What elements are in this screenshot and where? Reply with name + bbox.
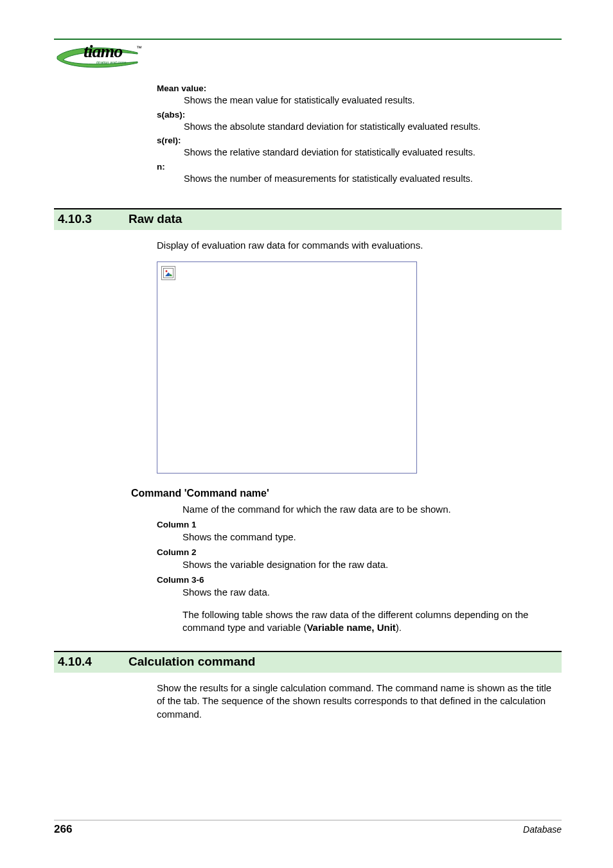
logo-text: tiamo	[84, 41, 122, 62]
def-desc-mean: Shows the mean value for statistically e…	[184, 94, 562, 107]
col36-desc: Shows the raw data.	[182, 586, 562, 599]
col1-desc: Shows the command type.	[182, 531, 562, 544]
page-number: 266	[54, 823, 72, 836]
col36-term: Column 3-6	[157, 575, 562, 585]
def-desc-n: Shows the number of measurements for sta…	[184, 173, 562, 186]
section-rawdata-title: Raw data	[129, 212, 182, 226]
def-term-n: n:	[157, 162, 562, 172]
calc-body: Show the results for a single calculatio…	[157, 682, 562, 721]
def-desc-srel: Shows the relative standard deviation fo…	[184, 146, 562, 159]
footer-label: Database	[523, 824, 562, 835]
broken-image-icon	[161, 266, 175, 280]
col2-desc: Shows the variable designation for the r…	[182, 558, 562, 571]
section-calc-head: 4.10.4 Calculation command	[54, 651, 562, 673]
rawdata-following-suffix: ).	[396, 622, 402, 633]
logo-subtitle: titration and more	[96, 60, 127, 64]
section-rawdata-head: 4.10.3 Raw data	[54, 208, 562, 230]
col2-term: Column 2	[157, 547, 562, 557]
col1-term: Column 1	[157, 520, 562, 529]
svg-point-1	[166, 270, 168, 272]
logo: tiamo ™ titration and more	[54, 44, 562, 69]
section-calc-number: 4.10.4	[54, 655, 129, 669]
rawdata-subdesc: Name of the command for which the raw da…	[182, 503, 562, 516]
logo-swoosh: tiamo ™ titration and more	[54, 44, 144, 69]
rawdata-following-var: Variable name, Unit	[306, 622, 395, 633]
def-term-sabs: s(abs):	[157, 110, 562, 120]
top-rule	[54, 39, 562, 40]
def-term-srel: s(rel):	[157, 136, 562, 145]
rawdata-subhead: Command 'Command name'	[131, 488, 562, 499]
section-calc-title: Calculation command	[129, 655, 255, 669]
rawdata-intro: Display of evaluation raw data for comma…	[157, 239, 562, 252]
def-desc-sabs: Shows the absolute standard deviation fo…	[184, 121, 562, 134]
footer: 266 Database	[54, 820, 562, 836]
logo-trademark: ™	[136, 45, 142, 51]
rawdata-following: The following table shows the raw data o…	[182, 608, 562, 635]
def-term-mean: Mean value:	[157, 84, 562, 93]
rawdata-screenshot-placeholder	[157, 261, 417, 474]
section-rawdata-number: 4.10.3	[54, 212, 129, 226]
